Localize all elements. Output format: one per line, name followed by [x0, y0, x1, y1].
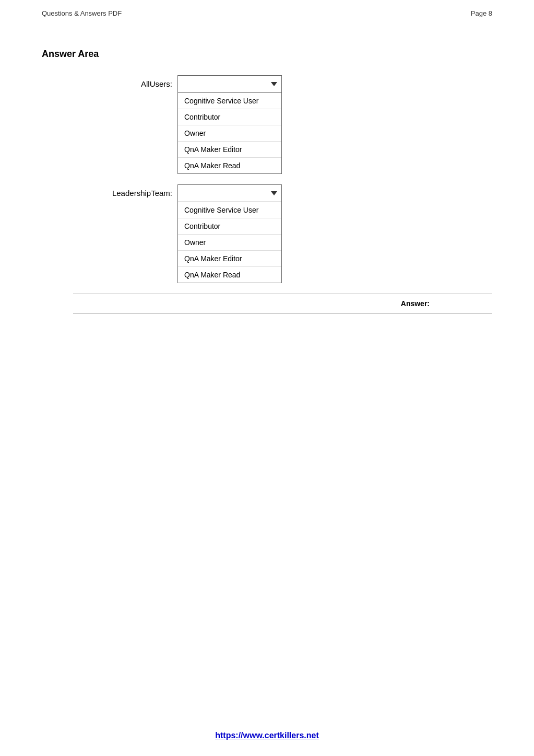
all-users-dropdown-container: Cognitive Service User Contributor Owner… [177, 75, 282, 174]
leadership-team-row: LeadershipTeam: Cognitive Service User C… [73, 184, 492, 283]
leadership-team-label: LeadershipTeam: [73, 184, 177, 197]
leadership-team-option-qna-read[interactable]: QnA Maker Read [178, 267, 281, 283]
header-right: Page 8 [471, 9, 492, 17]
all-users-dropdown-arrow-icon [271, 82, 277, 86]
leadership-team-option-qna-editor[interactable]: QnA Maker Editor [178, 251, 281, 267]
footer: https://www.certkillers.net [0, 731, 534, 740]
leadership-team-dropdown[interactable] [177, 184, 282, 202]
leadership-team-option-owner[interactable]: Owner [178, 235, 281, 251]
all-users-option-owner[interactable]: Owner [178, 125, 281, 142]
main-content: Answer Area AllUsers: Cognitive Service … [0, 17, 534, 313]
leadership-team-dropdown-container: Cognitive Service User Contributor Owner… [177, 184, 282, 283]
all-users-label: AllUsers: [73, 75, 177, 88]
leadership-team-options-list: Cognitive Service User Contributor Owner… [177, 202, 282, 283]
answer-area-content: AllUsers: Cognitive Service User Contrib… [73, 75, 492, 283]
header-left: Questions & Answers PDF [42, 9, 122, 17]
leadership-team-option-contributor[interactable]: Contributor [178, 218, 281, 235]
answer-area-title: Answer Area [42, 49, 492, 60]
page-header: Questions & Answers PDF Page 8 [0, 0, 534, 17]
answer-section: Answer: [73, 294, 492, 313]
all-users-dropdown[interactable] [177, 75, 282, 93]
leadership-team-dropdown-arrow-icon [271, 191, 277, 195]
answer-label: Answer: [401, 299, 430, 308]
all-users-options-list: Cognitive Service User Contributor Owner… [177, 93, 282, 174]
all-users-option-contributor[interactable]: Contributor [178, 109, 281, 125]
spacer-1 [73, 174, 492, 184]
all-users-option-qna-read[interactable]: QnA Maker Read [178, 158, 281, 173]
all-users-option-qna-editor[interactable]: QnA Maker Editor [178, 142, 281, 158]
leadership-team-option-cognitive[interactable]: Cognitive Service User [178, 202, 281, 218]
footer-link[interactable]: https://www.certkillers.net [215, 731, 319, 740]
all-users-row: AllUsers: Cognitive Service User Contrib… [73, 75, 492, 174]
all-users-option-cognitive[interactable]: Cognitive Service User [178, 93, 281, 109]
